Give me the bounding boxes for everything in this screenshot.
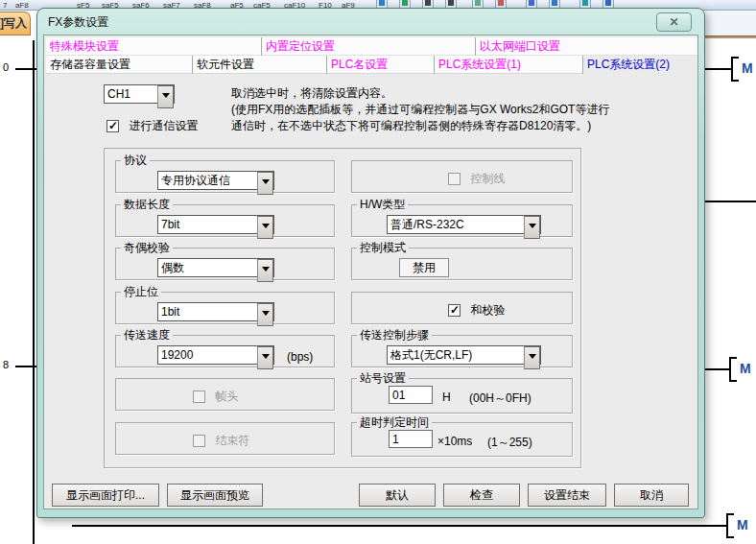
- timeout-range: (1～255): [487, 435, 532, 451]
- tab-plc-system-setting-2[interactable]: PLC系统设置(2): [583, 56, 697, 74]
- note-line-3: 通信时，在不选中状态下将可编程控制器侧的特殊寄存器D8120清零。): [231, 118, 591, 134]
- tab-builtin-positioning-setting[interactable]: 内置定位设置: [262, 37, 476, 56]
- stop-bit-label: 停止位: [121, 285, 161, 298]
- timeout-input[interactable]: [389, 430, 433, 448]
- parity-value: 偶数: [161, 261, 256, 275]
- baud-rate-label: 传送速度: [121, 328, 173, 342]
- baud-rate-select[interactable]: 19200: [157, 345, 274, 365]
- instruction-text: M: [740, 361, 751, 376]
- hw-type-select[interactable]: 普通/RS-232C: [387, 215, 541, 234]
- transmission-control-value: 格式1(无CR,LF): [390, 348, 523, 363]
- tab-row-2: 存储器容量设置 软元件设置 PLC名设置 PLC系统设置(1) PLC系统设置(…: [46, 56, 697, 74]
- parity-select[interactable]: 偶数: [157, 258, 274, 277]
- control-line-checkbox: [448, 173, 461, 185]
- station-number-input[interactable]: [389, 386, 433, 404]
- channel-select[interactable]: CH1: [104, 84, 175, 104]
- dropdown-arrow-icon[interactable]: [257, 303, 273, 326]
- tab-memory-capacity-setting[interactable]: 存储器容量设置: [46, 56, 193, 74]
- dropdown-arrow-icon[interactable]: [257, 172, 273, 195]
- instruction-bracket: [731, 57, 739, 82]
- protocol-label: 协议: [121, 154, 150, 167]
- terminator-label: 结束符: [215, 434, 249, 447]
- channel-value: CH1: [107, 87, 156, 102]
- ladder-left-rail: [33, 40, 35, 544]
- protocol-value: 专用协议通信: [161, 174, 256, 188]
- dialog-title: FX参数设置: [48, 14, 108, 31]
- editor-doc-tab[interactable]: ]写入: [0, 12, 31, 35]
- instruction-bracket: [729, 357, 737, 382]
- rung-number: 8: [3, 359, 9, 370]
- finish-setting-button[interactable]: 设置结束: [528, 484, 606, 507]
- tab-plc-name-setting[interactable]: PLC名设置: [327, 56, 435, 74]
- toolbar-key-label: 7: [3, 1, 7, 10]
- station-number-group: 站号设置: [351, 378, 573, 414]
- check-button[interactable]: 检查: [443, 484, 520, 507]
- rung-number: 0: [3, 61, 9, 73]
- ladder-rung: [705, 68, 731, 70]
- note-line-2: (使用FX用的选配插板等，并通过可编程控制器与GX Works2和GOT等进行: [231, 102, 609, 118]
- dialog-client-area: 特殊模块设置 内置定位设置 以太网端口设置 存储器容量设置 软元件设置 PLC名…: [43, 35, 698, 509]
- control-mode-group: 控制模式: [351, 248, 573, 280]
- sum-check-box: 和校验: [351, 292, 573, 324]
- baud-rate-value: 19200: [161, 348, 256, 363]
- ladder-rung: [705, 201, 756, 202]
- control-line-label: 控制线: [470, 172, 505, 185]
- hw-type-label: H/W类型: [357, 198, 408, 211]
- tab-plc-system-setting-1[interactable]: PLC系统设置(1): [435, 56, 583, 74]
- preview-screen-button[interactable]: 显示画面预览: [167, 484, 263, 507]
- tab-row-1: 特殊模块设置 内置定位设置 以太网端口设置: [46, 37, 697, 56]
- close-button[interactable]: ✕: [656, 12, 692, 32]
- transmission-control-label: 传送控制步骤: [357, 328, 432, 342]
- control-line-box: 控制线: [351, 160, 573, 193]
- terminator-box: 结束符: [115, 422, 335, 455]
- station-number-range: (00H～0FH): [469, 390, 532, 407]
- parity-label: 奇偶校验: [121, 241, 173, 254]
- baud-rate-unit: (bps): [287, 350, 313, 364]
- editor-splitter: [705, 35, 756, 38]
- dropdown-arrow-icon[interactable]: [524, 216, 540, 239]
- station-number-label: 站号设置: [357, 371, 409, 385]
- comm-setting-row: 进行通信设置: [106, 117, 198, 134]
- close-icon: ✕: [669, 15, 678, 29]
- stop-bit-value: 1bit: [161, 305, 256, 319]
- control-mode-value: 禁用: [399, 258, 449, 277]
- stop-bit-select[interactable]: 1bit: [157, 302, 274, 321]
- dropdown-arrow-icon[interactable]: [524, 346, 540, 369]
- dropdown-arrow-icon[interactable]: [257, 216, 273, 239]
- timeout-label: 超时判定时间: [357, 415, 432, 429]
- dropdown-arrow-icon[interactable]: [257, 259, 273, 282]
- timeout-unit: ×10ms: [437, 435, 472, 448]
- dropdown-arrow-icon[interactable]: [157, 85, 174, 108]
- tab-ethernet-port-setting[interactable]: 以太网端口设置: [476, 37, 697, 56]
- protocol-select[interactable]: 专用协议通信: [157, 171, 274, 190]
- print-screen-button[interactable]: 显示画面打印...: [52, 484, 159, 507]
- ladder-rung: [72, 525, 726, 527]
- doc-tab-label: ]写入: [0, 16, 27, 30]
- comm-setting-label: 进行通信设置: [129, 119, 198, 132]
- hw-type-value: 普通/RS-232C: [390, 218, 523, 232]
- header-label: 帧头: [215, 390, 238, 403]
- ladder-rung: [15, 366, 36, 367]
- cancel-button[interactable]: 取消: [614, 484, 689, 507]
- default-button[interactable]: 默认: [359, 484, 436, 507]
- editor-top-right-area: [705, 12, 756, 35]
- sum-check-label: 和校验: [470, 303, 505, 317]
- ladder-rung: [705, 368, 729, 370]
- transmission-control-select[interactable]: 格式1(无CR,LF): [387, 345, 541, 365]
- control-mode-label: 控制模式: [357, 241, 409, 254]
- data-length-label: 数据长度: [121, 198, 173, 211]
- fx-parameter-dialog: FX参数设置 ✕ 特殊模块设置 内置定位设置 以太网端口设置 存储器容量设置 软…: [36, 8, 705, 518]
- tab-device-setting[interactable]: 软元件设置: [193, 56, 327, 74]
- header-box: 帧头: [115, 378, 335, 411]
- sum-check-checkbox[interactable]: [448, 304, 461, 317]
- instruction-text: M: [742, 60, 753, 76]
- tab-special-module-setting[interactable]: 特殊模块设置: [46, 37, 262, 56]
- data-length-select[interactable]: 7bit: [157, 215, 274, 234]
- note-line-1: 取消选中时，将清除设置内容。: [231, 85, 392, 102]
- header-checkbox: [193, 390, 205, 403]
- station-number-unit: H: [442, 390, 451, 404]
- terminator-checkbox: [193, 435, 205, 447]
- instruction-bracket: [726, 513, 734, 538]
- dropdown-arrow-icon[interactable]: [257, 346, 273, 369]
- comm-setting-checkbox[interactable]: [106, 120, 119, 132]
